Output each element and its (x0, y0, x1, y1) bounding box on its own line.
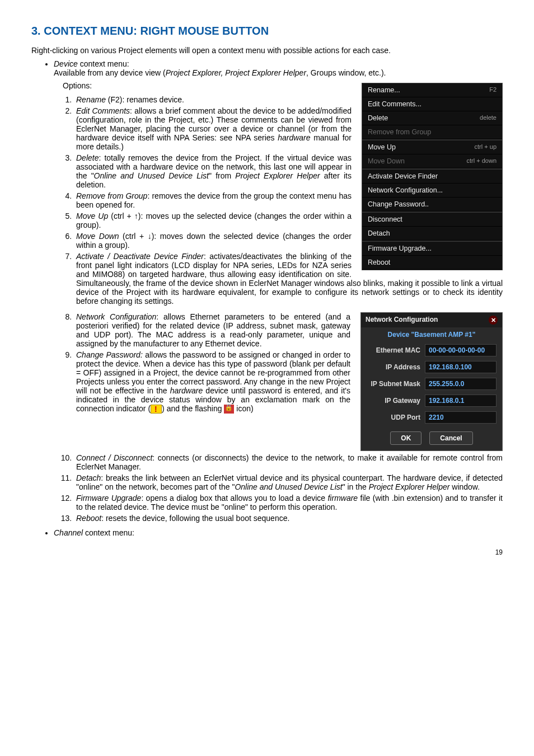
menu-label: Activate Device Finder (368, 172, 438, 180)
menu-label: Disconnect (368, 215, 402, 223)
cancel-button[interactable]: Cancel (429, 431, 472, 445)
list-item: Channel context menu: (54, 528, 503, 537)
gateway-label: IP Gateway (367, 397, 420, 405)
text-italic: firmware (327, 494, 358, 503)
text: context menu: (83, 528, 134, 537)
text-italic: Firmware Upgrade (76, 494, 141, 503)
gateway-field[interactable]: 192.168.0.1 (425, 395, 496, 407)
port-label: UDP Port (367, 414, 420, 421)
menu-label: Reboot (368, 259, 390, 266)
dialog-title: Network Configuration (366, 316, 438, 325)
text: (ctrl + ↑): moves up the selected device… (76, 212, 352, 229)
lock-icon (224, 405, 234, 414)
device-italic: Device (54, 59, 78, 68)
menu-item-move-up[interactable]: Move Upctrl + up (362, 140, 502, 154)
text-italic: Move Down (76, 232, 119, 241)
shortcut-label: ctrl + down (467, 157, 497, 165)
network-configuration-dialog: Network Configuration ✕ Device "Basement… (360, 312, 503, 451)
menu-item-disconnect[interactable]: Disconnect (362, 213, 502, 227)
text-italic: Connect / Disconnect (76, 453, 152, 462)
page-number: 19 (31, 548, 503, 556)
menu-item-remove-from-group: Remove from Group (362, 125, 502, 139)
text-italic: hardware (278, 133, 310, 142)
warning-icon (151, 405, 162, 414)
table-row: IP Address192.168.0.100 (361, 359, 502, 375)
menu-item-network-config[interactable]: Network Configuration... (362, 184, 502, 198)
mac-value: 00-00-00-00-00-00 (425, 344, 496, 356)
text-italic: Online and Unused Device List (235, 482, 342, 491)
text-italic: Remove from Group (76, 191, 147, 200)
menu-item-activate-finder[interactable]: Activate Device Finder (362, 170, 502, 184)
menu-label: Move Up (368, 143, 396, 151)
menu-item-firmware-upgrade[interactable]: Firmware Upgrade... (362, 242, 502, 256)
text: : resets the device, following the usual… (101, 514, 289, 523)
mask-label: IP Subnet Mask (367, 380, 420, 388)
menu-label: Edit Comments... (368, 100, 421, 108)
text: : opens a dialog box that allows you to … (141, 494, 327, 503)
text: (F2): renames device. (106, 95, 184, 104)
menu-label: Delete (368, 114, 388, 122)
shortcut-label: delete (480, 114, 496, 122)
list-item: Detach: breaks the link between an Ecler… (74, 473, 503, 494)
text-italic: Edit Comments (76, 106, 130, 115)
text-italic: Move Up (76, 212, 108, 220)
list-item: Firmware Upgrade: opens a dialog box tha… (74, 494, 503, 514)
text-italic: Project Explorer Helper (369, 482, 450, 491)
menu-item-rename[interactable]: Rename...F2 (362, 83, 502, 97)
ip-label: IP Address (367, 363, 420, 371)
text: " in the (343, 482, 369, 491)
dialog-titlebar: Network Configuration ✕ (361, 313, 502, 327)
menu-item-edit-comments[interactable]: Edit Comments... (362, 97, 502, 111)
text-italic: Detach (76, 473, 101, 482)
menu-label: Rename... (368, 86, 400, 94)
text-italic: hardware (170, 386, 203, 395)
ip-address-field[interactable]: 192.168.0.100 (425, 361, 496, 373)
text: , Groups window, etc.). (306, 68, 386, 77)
intro-paragraph: Right-clicking on various Project elemen… (31, 45, 503, 56)
table-row: UDP Port2210 (361, 409, 502, 426)
text-italic: Network Configuration (76, 312, 156, 321)
menu-label: Change Password.. (368, 200, 429, 208)
text-italic: Delete (76, 153, 99, 162)
device-context-menu: Rename...F2 Edit Comments... Deletedelet… (362, 83, 503, 270)
menu-label: Remove from Group (368, 128, 431, 136)
menu-item-delete[interactable]: Deletedelete (362, 111, 502, 125)
device-name-label: Device "Basement AMP #1" (361, 327, 502, 342)
subnet-mask-field[interactable]: 255.255.0.0 (425, 378, 496, 390)
menu-label: Detach (368, 229, 390, 237)
text-italic: Change Password: (76, 350, 143, 359)
menu-item-move-down: Move Downctrl + down (362, 154, 502, 168)
menu-item-reboot[interactable]: Reboot (362, 256, 502, 270)
text: window. (449, 482, 480, 491)
menu-label: Move Down (368, 157, 405, 165)
page-title: 3. CONTEXT MENU: RIGHT MOUSE BUTTON (31, 25, 503, 37)
table-row: IP Subnet Mask255.255.0.0 (361, 375, 502, 392)
table-row: Ethernet MAC00-00-00-00-00-00 (361, 342, 502, 359)
table-row: IP Gateway192.168.0.1 (361, 392, 502, 409)
shortcut-label: ctrl + up (475, 143, 496, 151)
menu-label: Network Configuration... (368, 186, 443, 194)
text: ) and the flashing (162, 404, 224, 413)
list-item: Connect / Disconnect: connects (or disco… (74, 453, 503, 473)
text-italic: Rename (76, 95, 106, 104)
udp-port-field[interactable]: 2210 (425, 411, 496, 424)
list-item: Reboot: resets the device, following the… (74, 514, 503, 525)
text: icon) (234, 404, 253, 413)
shortcut-label: F2 (489, 86, 496, 94)
list-item: Device context menu: Available from any … (54, 59, 503, 77)
mac-label: Ethernet MAC (367, 346, 420, 354)
menu-item-detach[interactable]: Detach (362, 227, 502, 241)
text-italic: Project Explorer Helper (235, 171, 320, 180)
text: Available from any device view ( (54, 68, 166, 77)
close-icon[interactable]: ✕ (489, 316, 498, 325)
text-italic: Activate / Deactivate Device Finder (76, 252, 204, 261)
text: " from (209, 171, 235, 180)
text-italic: Reboot (76, 514, 101, 523)
ok-button[interactable]: OK (390, 431, 421, 445)
text-italic: Online and Unused Device List (94, 171, 209, 180)
menu-label: Firmware Upgrade... (368, 245, 432, 252)
text: context menu: (78, 59, 129, 68)
text-italic: Project Explorer, Project Explorer Helpe… (166, 68, 306, 77)
channel-italic: Channel (54, 528, 83, 537)
menu-item-change-password[interactable]: Change Password.. (362, 198, 502, 212)
